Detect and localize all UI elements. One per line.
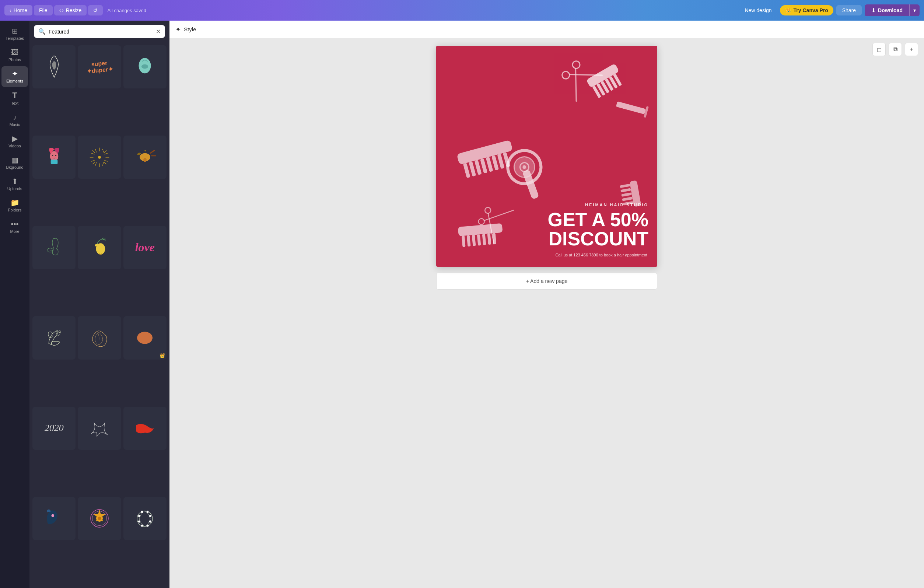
background-icon: ▦ [12, 156, 18, 164]
resize-button[interactable]: ⇔ Resize [54, 5, 87, 15]
home-button[interactable]: ‹ Home [5, 5, 32, 15]
sidebar-item-photos[interactable]: 🖼 Photos [2, 45, 28, 66]
canvas-viewport: HEIMAN HAIR STUDIO GET A 50% DISCOUNT Ca… [170, 38, 924, 588]
download-label: Download [878, 7, 903, 13]
sidebar-item-music[interactable]: ♪ Music [2, 110, 28, 130]
canvas-text-section: HEIMAN HAIR STUDIO GET A 50% DISCOUNT Ca… [536, 195, 657, 267]
share-button[interactable]: Share [836, 5, 862, 15]
element-item[interactable]: 2020 [32, 407, 76, 450]
undo-button[interactable]: ↺ [88, 5, 103, 15]
element-item[interactable] [78, 316, 121, 359]
new-design-button[interactable]: New design [739, 5, 777, 15]
svg-point-4 [55, 155, 56, 156]
svg-point-47 [138, 520, 140, 522]
sidebar-item-folders[interactable]: 📁 Folders [2, 195, 28, 216]
sidebar-item-label: Text [11, 101, 18, 106]
search-icon: 🔍 [38, 28, 46, 35]
svg-rect-62 [457, 140, 513, 165]
element-item[interactable] [78, 497, 121, 540]
element-item[interactable] [124, 497, 167, 540]
sidebar-item-text[interactable]: T Text [2, 88, 28, 109]
svg-point-1 [142, 64, 148, 69]
sidebar-item-label: More [10, 229, 19, 234]
add-element-button[interactable]: + [905, 43, 918, 56]
studio-name: HEIMAN HAIR STUDIO [544, 203, 648, 207]
svg-line-16 [102, 149, 104, 152]
svg-rect-67 [486, 157, 493, 172]
element-item[interactable] [124, 45, 167, 88]
svg-rect-49 [586, 63, 619, 88]
download-button[interactable]: ⬇ Download [865, 5, 909, 16]
svg-rect-89 [620, 184, 630, 188]
svg-point-45 [147, 524, 149, 527]
duplicate-button[interactable]: ⧉ [889, 43, 902, 56]
element-item[interactable] [124, 407, 167, 450]
element-item[interactable] [124, 135, 167, 179]
style-label: Style [184, 26, 196, 32]
elements-icon: ✦ [12, 70, 18, 78]
element-item[interactable] [32, 226, 76, 269]
try-pro-label: Try Canva Pro [794, 7, 828, 13]
sidebar-item-background[interactable]: ▦ Bkground [2, 152, 28, 173]
copy-style-button[interactable]: ◻ [873, 43, 886, 56]
topnav-left: ‹ Home File ⇔ Resize ↺ All changes saved [5, 5, 146, 15]
svg-line-15 [96, 149, 97, 152]
element-item[interactable]: 👑 [124, 316, 167, 359]
search-input[interactable] [49, 29, 153, 35]
svg-point-24 [143, 158, 147, 162]
element-item[interactable] [32, 316, 76, 359]
sidebar-item-uploads[interactable]: ⬆ Uploads [2, 174, 28, 195]
svg-rect-5 [51, 160, 58, 164]
more-icon: ••• [11, 220, 18, 228]
svg-rect-81 [462, 236, 466, 247]
svg-rect-86 [487, 234, 492, 245]
file-label: File [39, 7, 48, 13]
copy-style-icon: ◻ [877, 46, 882, 53]
element-item[interactable] [78, 226, 121, 269]
svg-line-17 [91, 153, 94, 154]
sidebar-item-more[interactable]: ••• More [2, 216, 28, 237]
element-item[interactable] [32, 135, 76, 179]
svg-rect-50 [592, 86, 601, 98]
clear-icon[interactable]: ✕ [156, 28, 161, 35]
try-pro-button[interactable]: 👑 Try Canva Pro [780, 5, 833, 15]
svg-point-44 [149, 520, 152, 522]
svg-point-72 [503, 146, 546, 188]
share-label: Share [842, 7, 856, 13]
svg-point-3 [51, 155, 53, 156]
element-item[interactable] [78, 407, 121, 450]
elements-grid: super ✦duper✦ [30, 42, 170, 588]
svg-rect-69 [497, 154, 504, 169]
canvas-area: ✦ Style ◻ ⧉ + [170, 21, 924, 588]
add-page-button[interactable]: + Add a new page [436, 273, 657, 289]
svg-line-20 [104, 160, 107, 161]
main-body: ⊞ Templates 🖼 Photos ✦ Elements T Text ♪… [0, 21, 924, 588]
sidebar-item-templates[interactable]: ⊞ Templates [2, 23, 28, 44]
svg-line-18 [91, 160, 94, 161]
sidebar-item-label: Uploads [7, 187, 22, 191]
element-item[interactable]: super ✦duper✦ [78, 45, 121, 88]
sidebar-item-videos[interactable]: ▶ Videos [2, 131, 28, 152]
element-item[interactable]: love [124, 226, 167, 269]
crown-icon: 👑 [785, 7, 791, 13]
svg-rect-51 [596, 83, 605, 96]
svg-rect-64 [469, 161, 476, 177]
sidebar-item-label: Videos [8, 144, 21, 148]
topnav: ‹ Home File ⇔ Resize ↺ All changes saved… [0, 0, 924, 21]
svg-line-13 [104, 150, 106, 153]
svg-point-43 [149, 515, 152, 517]
element-item[interactable] [32, 45, 76, 88]
element-item[interactable] [32, 497, 76, 540]
svg-point-46 [141, 524, 143, 527]
sidebar-item-label: Photos [8, 58, 21, 62]
canvas-toolbar: ◻ ⧉ + [873, 43, 918, 56]
download-dropdown-button[interactable]: ▾ [909, 5, 919, 16]
design-canvas[interactable]: HEIMAN HAIR STUDIO GET A 50% DISCOUNT Ca… [436, 46, 657, 267]
element-item[interactable] [78, 135, 121, 179]
sidebar-item-elements[interactable]: ✦ Elements [2, 66, 28, 87]
discount-text: GET A 50% DISCOUNT [544, 210, 648, 248]
svg-point-76 [477, 217, 485, 225]
text-icon: T [12, 91, 17, 99]
file-button[interactable]: File [34, 5, 53, 15]
chevron-down-icon: ▾ [913, 7, 916, 13]
